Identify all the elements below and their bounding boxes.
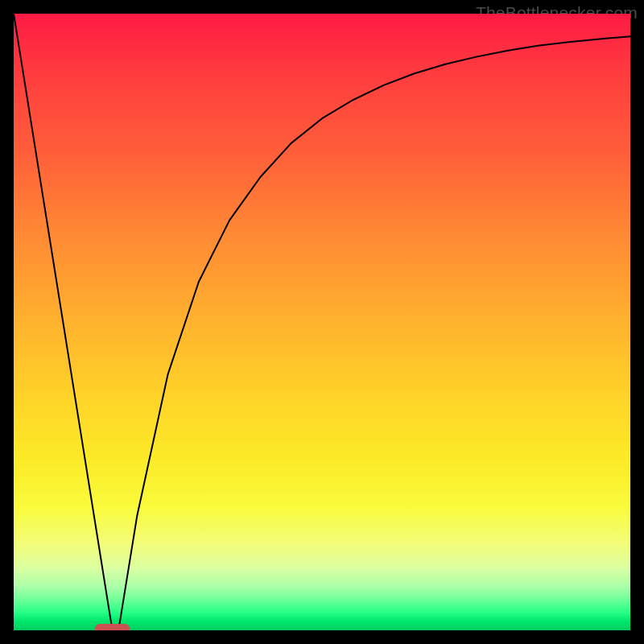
optimal-marker [95, 624, 130, 630]
plot-area [14, 14, 630, 630]
bottleneck-curve [14, 14, 630, 630]
chart-container: TheBottlenecker.com [0, 0, 644, 644]
